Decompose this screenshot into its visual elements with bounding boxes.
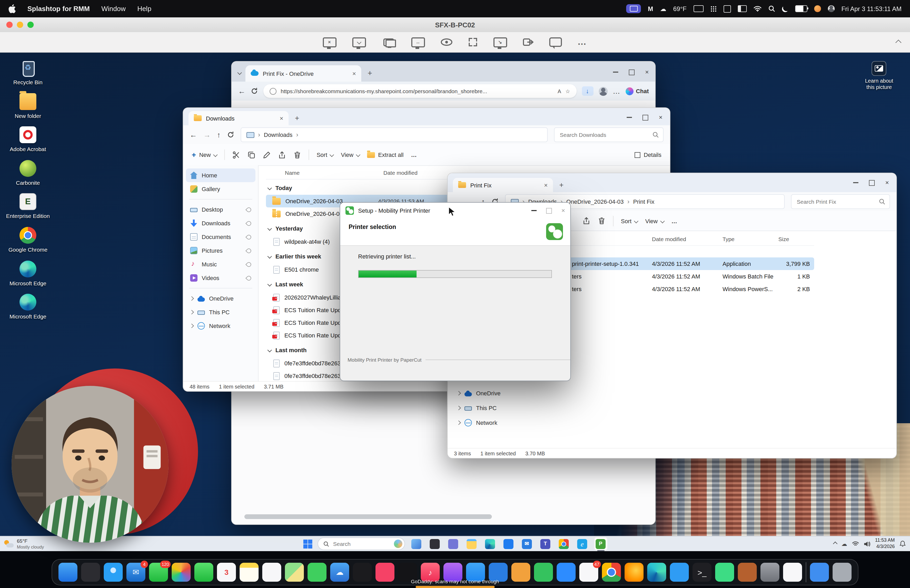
switch-display-icon[interactable]: ↔ <box>411 37 425 47</box>
sort-button[interactable]: Sort <box>621 218 638 224</box>
dock-item[interactable] <box>647 563 666 582</box>
apple-logo-icon[interactable] <box>8 4 16 13</box>
tab-close-icon[interactable]: × <box>280 115 283 122</box>
onedrive-tray-icon[interactable]: ☁ <box>841 540 847 547</box>
sidebar-pinned-item[interactable]: Pictures <box>186 244 255 257</box>
minimize-button[interactable] <box>853 182 858 183</box>
expand-chevron-icon[interactable] <box>189 310 194 315</box>
dock-item[interactable]: 47 <box>579 563 598 582</box>
hidden-icons-chevron[interactable] <box>833 542 837 546</box>
expand-chevron-icon[interactable] <box>189 324 194 328</box>
start-button[interactable] <box>302 539 312 549</box>
extract-all-button[interactable]: Extract all <box>367 152 404 158</box>
dock-item[interactable] <box>602 563 621 582</box>
menubar-app-title[interactable]: Splashtop for RMM <box>27 5 90 13</box>
dock-item[interactable] <box>375 563 394 582</box>
group-collapse-icon[interactable] <box>268 186 272 190</box>
sidebar-drive-item[interactable]: OneDrive <box>453 386 537 400</box>
favorites-star-icon[interactable]: ☆ <box>565 88 570 94</box>
taskbar-app[interactable]: e <box>575 537 589 551</box>
group-collapse-icon[interactable] <box>268 282 272 286</box>
taskbar-app[interactable] <box>428 537 441 551</box>
new-tab-button[interactable]: + <box>368 68 372 78</box>
battery-icon[interactable] <box>795 5 807 12</box>
edge-maximize-button[interactable] <box>629 69 635 75</box>
dock-item[interactable]: 120 <box>149 563 168 582</box>
dock-item[interactable] <box>239 563 259 582</box>
sidebar-drive-item[interactable]: OneDrive <box>186 292 255 305</box>
sidebar-icon[interactable] <box>737 5 747 12</box>
more-options-icon[interactable]: … <box>577 37 587 47</box>
wifi-icon[interactable] <box>753 6 761 11</box>
downloads-icon[interactable]: ↓ <box>582 86 593 96</box>
maximize-button[interactable] <box>642 115 648 120</box>
tab-close-icon[interactable]: × <box>544 181 548 189</box>
focus-moon-icon[interactable] <box>782 5 788 12</box>
tab-close-icon[interactable]: × <box>352 70 356 77</box>
dock-item[interactable] <box>511 563 530 582</box>
minimize-window-button[interactable] <box>17 22 23 28</box>
sidebar-drive-item[interactable]: Network <box>453 415 537 430</box>
learn-about-picture-widget[interactable]: Learn about this picture <box>865 61 893 90</box>
taskbar-app[interactable]: P <box>594 537 608 551</box>
desktop-icon[interactable]: New folder <box>5 92 50 119</box>
orange-app-icon[interactable] <box>814 5 821 12</box>
new-tab-button[interactable]: + <box>295 114 299 122</box>
share-icon[interactable] <box>278 151 286 159</box>
sidebar-pinned-item[interactable]: Desktop <box>186 203 255 216</box>
edge-refresh-icon[interactable] <box>251 87 258 95</box>
taskbar-app[interactable] <box>483 537 497 551</box>
expand-chevron-icon[interactable] <box>457 405 461 410</box>
dock-item[interactable]: ☁ <box>330 563 349 582</box>
minimize-button[interactable] <box>627 117 632 118</box>
edge-active-tab[interactable]: Print Fix - OneDrive × <box>246 65 361 82</box>
maker-icon[interactable]: M <box>648 5 653 12</box>
breadcrumb-onedrive-folder[interactable]: OneDrive_2026-04-03 <box>566 199 624 205</box>
fullscreen-icon[interactable] <box>468 37 477 47</box>
sidebar-item[interactable]: Gallery <box>186 182 255 196</box>
dock-item[interactable] <box>557 563 575 582</box>
search-input[interactable] <box>796 198 876 205</box>
taskbar-search-input[interactable] <box>332 540 391 548</box>
explorer-search-box[interactable] <box>791 194 890 209</box>
group-collapse-icon[interactable] <box>268 348 272 352</box>
back-icon[interactable]: ← <box>189 131 197 139</box>
address-breadcrumb[interactable]: › Downloads › <box>241 128 548 142</box>
explorer-active-tab[interactable]: Downloads × <box>189 111 289 125</box>
network-icon[interactable] <box>852 541 859 546</box>
read-aloud-icon[interactable]: A <box>558 88 561 94</box>
taskbar-app[interactable] <box>409 537 423 551</box>
view-options-icon[interactable] <box>441 39 452 46</box>
new-tab-button[interactable]: + <box>559 181 564 189</box>
desktop-icon[interactable]: Carbonite <box>5 160 50 186</box>
sidebar-drive-item[interactable]: This PC <box>186 305 255 319</box>
dialog-minimize-button[interactable] <box>531 210 537 211</box>
horizontal-scrollbar[interactable] <box>244 514 492 519</box>
taskbar-app[interactable]: T <box>538 537 552 551</box>
dialog-close-button[interactable]: × <box>561 207 565 214</box>
edge-more-icon[interactable]: … <box>613 87 620 95</box>
select-monitor-icon[interactable] <box>352 37 366 47</box>
cut-icon[interactable] <box>232 151 240 159</box>
desktop-icon[interactable]: E Enterprise Edition <box>5 193 50 220</box>
maximize-button[interactable] <box>869 180 875 186</box>
notifications-icon[interactable] <box>899 541 906 547</box>
close-button[interactable]: × <box>885 179 889 186</box>
dock-item[interactable] <box>81 563 100 582</box>
share-icon[interactable] <box>582 217 590 225</box>
box-icon[interactable] <box>723 5 731 12</box>
desktop-icon[interactable]: Microsoft Edge <box>5 260 50 286</box>
taskbar-app[interactable] <box>446 537 460 551</box>
dock-item[interactable]: >_ <box>692 563 711 582</box>
dock-item[interactable] <box>625 563 643 582</box>
dock-item[interactable] <box>783 563 802 582</box>
search-input[interactable] <box>559 131 649 139</box>
dock-item[interactable]: ✉ 4 <box>126 563 145 582</box>
profile-avatar[interactable] <box>598 87 608 95</box>
zoom-window-button[interactable] <box>27 22 34 28</box>
keyboard-icon[interactable] <box>693 5 703 12</box>
menubar-menu-help[interactable]: Help <box>137 5 151 13</box>
resize-display-icon[interactable]: ↘ <box>493 37 507 47</box>
multi-monitor-icon[interactable] <box>381 37 395 47</box>
command-more-icon[interactable]: … <box>671 218 677 224</box>
